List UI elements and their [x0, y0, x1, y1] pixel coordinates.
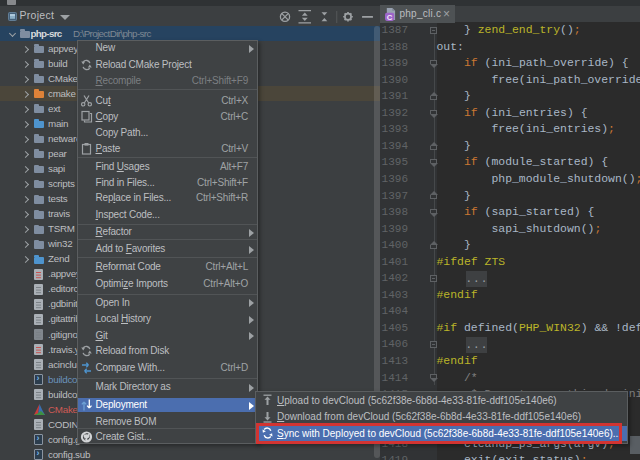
svg-text:C: C [386, 13, 392, 21]
